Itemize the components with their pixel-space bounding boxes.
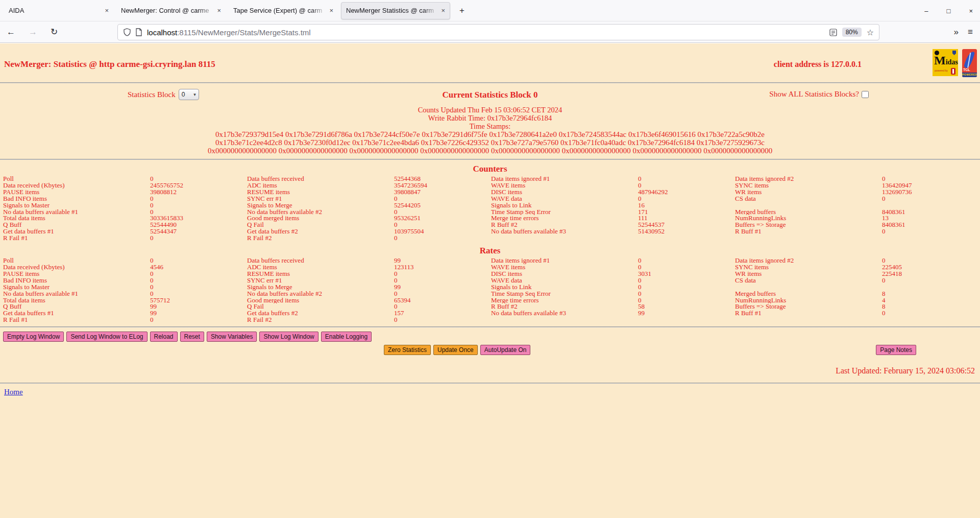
stat-label: Good merged items [247, 215, 394, 222]
stats-row: R Fail #10R Fail #20 [3, 317, 979, 323]
timestamp-line: 0x17b3e71c2ee4d2c8 0x17b3e7230f0d12ec 0x… [0, 138, 980, 147]
stat-label: Get data buffers #2 [247, 310, 394, 317]
stat-value: 8 [882, 291, 979, 297]
stat-value: 0 [394, 209, 491, 216]
tab-title: Tape Service (Expert) @ carm [233, 7, 326, 14]
stat-value: 39808847 [394, 189, 491, 196]
tab-aida[interactable]: AIDA × [4, 2, 113, 19]
forward-button[interactable]: → [22, 27, 44, 37]
midas-logo: Midas powered by [933, 49, 958, 76]
zoom-level-badge[interactable]: 80% [842, 28, 862, 37]
tcl-powered-label: POWERED [962, 73, 977, 77]
page-header: NewMerger: Statistics @ http carme-gsi.c… [0, 43, 980, 82]
stat-value: 8408361 [882, 222, 979, 228]
stat-value: 123113 [394, 264, 491, 271]
stat-value: 4546 [150, 264, 247, 271]
reset-button[interactable]: Reset [180, 332, 204, 342]
tab-close-icon[interactable]: × [438, 7, 445, 14]
send-log-window-to-elog-button[interactable]: Send Log Window to ELog [66, 332, 147, 342]
window-minimize-button[interactable]: – [924, 8, 928, 14]
empty-log-window-button[interactable]: Empty Log Window [3, 332, 64, 342]
timestamp-line: 0x0000000000000000 0x0000000000000000 0x… [0, 147, 980, 155]
stat-value: 0 [638, 264, 735, 271]
stats-block-label: Statistics Block [128, 90, 176, 99]
tab-close-icon[interactable]: × [102, 7, 109, 14]
stat-label: Q Buff [3, 222, 150, 228]
enable-logging-button[interactable]: Enable Logging [321, 332, 372, 342]
stats-block-selected-value: 0 [182, 91, 185, 98]
tab-newmerger-statistics[interactable]: NewMerger Statistics @ carm × [341, 2, 450, 19]
update-once-button[interactable]: Update Once [433, 345, 478, 355]
tab-tape-service[interactable]: Tape Service (Expert) @ carm × [229, 2, 338, 19]
stat-label: WR items [735, 271, 882, 277]
show-variables-button[interactable]: Show Variables [207, 332, 257, 342]
write-rabbit-line: Write Rabbit Time: 0x17b3e72964fc6184 [0, 114, 980, 122]
autoupdate-on-button[interactable]: AutoUpdate On [480, 345, 531, 355]
tab-close-icon[interactable]: × [214, 7, 221, 14]
stat-label: Bad INFO items [3, 277, 150, 284]
tab-title: NewMerger: Control @ carme [121, 7, 214, 14]
app-menu-icon[interactable]: ≡ [968, 27, 973, 37]
stat-value: 0 [638, 284, 735, 291]
stat-value: 0 [638, 182, 735, 189]
reload-button[interactable]: Reload [150, 332, 178, 342]
counters-table: Poll0Data buffers received52544368Data i… [3, 176, 979, 242]
overflow-menu-icon[interactable]: » [954, 27, 959, 37]
stats-row: Poll0Data buffers received52544368Data i… [3, 176, 979, 182]
counters-heading: Counters [0, 164, 980, 174]
new-tab-button[interactable]: + [453, 6, 471, 16]
show-all-label: Show ALL Statistics Blocks? [769, 90, 859, 99]
window-maximize-button[interactable]: □ [947, 8, 951, 14]
tab-bar: AIDA × NewMerger: Control @ carme × Tape… [0, 0, 980, 21]
stat-label [491, 317, 638, 323]
home-link[interactable]: Home [4, 388, 23, 396]
stat-label: WAVE items [491, 182, 638, 189]
stats-row: PAUSE items0RESUME items0DISC items3031W… [3, 271, 979, 277]
stat-value: 8 [882, 303, 979, 310]
stats-row: Data received (Kbytes)4546ADC items12311… [3, 264, 979, 271]
reload-button[interactable]: ↻ [44, 27, 64, 37]
tab-close-icon[interactable]: × [326, 7, 333, 14]
stat-label: R Buff #1 [735, 228, 882, 235]
back-button[interactable]: ← [0, 27, 22, 37]
stat-label: PAUSE items [3, 189, 150, 196]
url-bar[interactable]: localhost:8115/NewMerger/Stats/MergeStat… [117, 24, 879, 40]
stat-value: 13 [882, 215, 979, 222]
stat-label: SYNC err #1 [247, 196, 394, 202]
stat-label: DISC items [491, 189, 638, 196]
tab-newmerger-control[interactable]: NewMerger: Control @ carme × [116, 2, 226, 19]
stat-value: 0 [150, 176, 247, 182]
url-host: localhost [147, 28, 177, 37]
stat-value: 99 [638, 310, 735, 317]
stat-value: 0 [150, 284, 247, 291]
midas-figure-icon [951, 68, 955, 75]
stat-value: 0 [394, 196, 491, 202]
stat-label: Bad INFO items [3, 196, 150, 202]
tab-title: NewMerger Statistics @ carm [346, 7, 438, 14]
stats-block-select[interactable]: 0 ▾ [179, 89, 199, 100]
stat-value: 0 [150, 257, 247, 264]
stat-value: 0 [150, 202, 247, 209]
window-close-button[interactable]: × [969, 8, 973, 14]
stat-value: 65394 [394, 297, 491, 304]
controls-row: Statistics Block 0 ▾ Current Statistics … [0, 83, 980, 106]
page-notes-button[interactable]: Page Notes [876, 345, 916, 355]
divider [0, 326, 980, 327]
stat-label: Signals to Merge [247, 284, 394, 291]
reader-view-icon[interactable] [829, 29, 837, 36]
stat-label: Data received (Kbytes) [3, 182, 150, 189]
timestamps-label: Time Stamps: [0, 122, 980, 130]
show-log-window-button[interactable]: Show Log Window [259, 332, 318, 342]
stat-label: Q Fail [247, 222, 394, 228]
stat-value: 225418 [882, 271, 979, 277]
tab-title: AIDA [9, 7, 102, 14]
stats-row: Bad INFO items0SYNC err #10WAVE data0CS … [3, 196, 979, 202]
stats-row: Bad INFO items0SYNC err #10WAVE data0CS … [3, 277, 979, 284]
stat-value: 52544368 [394, 176, 491, 182]
counts-updated-line: Counts Updated Thu Feb 15 03:06:52 CET 2… [0, 106, 980, 114]
bookmark-star-icon[interactable]: ☆ [867, 28, 874, 37]
zero-statistics-button[interactable]: Zero Statistics [384, 345, 431, 355]
stat-value [638, 235, 735, 242]
show-all-checkbox[interactable] [862, 91, 869, 98]
stat-label: Buffers => Storage [735, 222, 882, 228]
